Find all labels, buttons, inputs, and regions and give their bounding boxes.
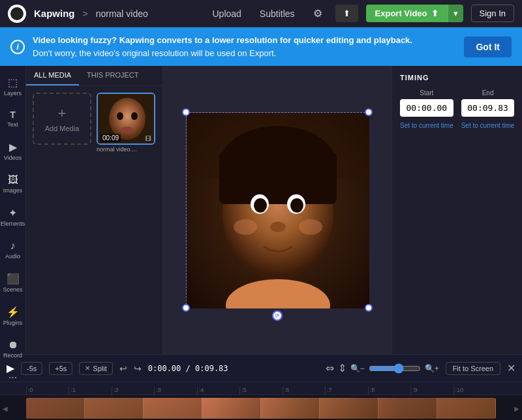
- zoom-in-icon[interactable]: 🔍+: [425, 364, 439, 373]
- add-media-label: Add Media: [45, 125, 80, 132]
- resize-handle-bl[interactable]: [182, 304, 190, 312]
- elements-icon: ✦: [8, 207, 17, 219]
- header: Kapwing > normal video Upload Subtitles …: [0, 0, 522, 27]
- resize-handle-tl[interactable]: [182, 108, 190, 116]
- resize-handle-br[interactable]: [365, 304, 373, 312]
- thumb-duration: 00:09: [100, 134, 121, 142]
- video-strip[interactable]: [26, 398, 496, 419]
- zoom-split-icon[interactable]: ⇕: [338, 362, 346, 374]
- brand-name: Kapwing: [34, 8, 75, 19]
- ruler-mark-9: :9: [410, 387, 453, 395]
- brand-logo: [8, 5, 26, 23]
- timing-title: TIMING: [400, 74, 514, 82]
- svg-point-16: [299, 219, 322, 235]
- add-media-button[interactable]: + Add Media: [33, 93, 91, 145]
- video-canvas: [186, 112, 369, 308]
- timeline-ruler: :0 :1 :2 :3 :4 :5 :6 :7 :8 :9 :10: [0, 382, 522, 395]
- timing-start-col: Start Set to current time: [400, 89, 453, 129]
- ruler-mark-8: :8: [368, 387, 410, 395]
- share-button[interactable]: ⬆: [335, 5, 358, 22]
- timing-row: Start Set to current time End Set to cur…: [400, 89, 514, 129]
- canvas-frame[interactable]: ⟳: [186, 112, 369, 308]
- banner-text: Video looking fuzzy? Kapwing converts to…: [33, 34, 456, 59]
- layers-icon: ⬚: [8, 76, 18, 89]
- redo-button[interactable]: ↪: [134, 363, 142, 374]
- svg-point-3: [131, 112, 138, 120]
- skip-back-button[interactable]: -5s: [21, 362, 42, 375]
- main-area: ⬚ Layers T Text ▶ Videos 🖼 Images ✦ Elem…: [0, 66, 522, 354]
- plugins-icon: ⚡: [7, 306, 20, 318]
- canvas-area: ⟳: [163, 66, 392, 354]
- strip-thumb-5: [261, 398, 320, 419]
- text-icon: T: [10, 110, 16, 120]
- strip-thumb-4: [202, 398, 261, 419]
- settings-icon[interactable]: ⚙: [308, 7, 328, 20]
- sidebar-item-layers[interactable]: ⬚ Layers: [1, 71, 25, 102]
- sidebar-item-scenes[interactable]: ⬛ Scenes: [1, 267, 25, 298]
- svg-point-14: [270, 222, 286, 232]
- ruler-mark-7: :7: [325, 387, 367, 395]
- sidebar: ⬚ Layers T Text ▶ Videos 🖼 Images ✦ Elem…: [0, 66, 26, 354]
- add-icon: +: [58, 105, 67, 122]
- export-dropdown-button[interactable]: ▾: [448, 5, 463, 22]
- tab-this-project[interactable]: THIS PROJECT: [79, 66, 146, 85]
- sidebar-item-text[interactable]: T Text: [1, 104, 25, 133]
- sidebar-item-images[interactable]: 🖼 Images: [1, 169, 25, 199]
- strip-thumb-7: [378, 398, 437, 419]
- track-scroll-left[interactable]: ◀: [3, 404, 8, 412]
- media-thumbnail[interactable]: 00:09 🎞: [97, 93, 155, 145]
- zoom-controls: ⇔ ⇕ 🔍− 🔍+: [326, 362, 439, 374]
- timing-end-col: End Set to current time: [461, 89, 515, 129]
- set-start-time-button[interactable]: Set to current time: [400, 122, 453, 129]
- strip-thumb-2: [85, 398, 144, 419]
- subtitles-button[interactable]: Subtitles: [254, 8, 300, 19]
- svg-point-4: [121, 127, 134, 133]
- zoom-arrows-icon[interactable]: ⇔: [326, 362, 334, 374]
- share-icon: ⬆: [343, 8, 350, 18]
- sidebar-label-layers: Layers: [4, 90, 22, 97]
- ruler-mark-5: :5: [239, 387, 282, 395]
- strip-thumb-1: [26, 398, 85, 419]
- thumb-filename: normal video....: [97, 146, 155, 153]
- media-tabs: ALL MEDIA THIS PROJECT: [26, 66, 162, 86]
- export-button[interactable]: Export Video ⬆: [366, 5, 448, 22]
- banner-line1: Video looking fuzzy? Kapwing converts to…: [33, 35, 412, 45]
- scenes-icon: ⬛: [7, 273, 20, 285]
- strip-thumb-3: [144, 398, 202, 419]
- videos-icon: ▶: [9, 141, 17, 153]
- ruler-marks: :0 :1 :2 :3 :4 :5 :6 :7 :8 :9 :10: [26, 387, 496, 395]
- skip-forward-button[interactable]: +5s: [49, 362, 72, 375]
- sidebar-item-videos[interactable]: ▶ Videos: [1, 136, 25, 166]
- sidebar-label-text: Text: [7, 121, 18, 128]
- sidebar-item-plugins[interactable]: ⚡ Plugins: [1, 301, 25, 331]
- sidebar-item-audio[interactable]: ♪ Audio: [1, 235, 25, 265]
- start-time-input[interactable]: [400, 99, 453, 117]
- undo-button[interactable]: ↩: [119, 363, 127, 374]
- track-scroll-right[interactable]: ▶: [514, 404, 519, 412]
- info-icon: i: [10, 40, 25, 54]
- images-icon: 🖼: [8, 174, 18, 186]
- zoom-out-icon[interactable]: 🔍−: [350, 364, 365, 373]
- set-end-time-button[interactable]: Set to current time: [461, 122, 515, 129]
- sidebar-item-elements[interactable]: ✦ Elements: [1, 202, 25, 232]
- play-button[interactable]: ▶: [7, 362, 14, 374]
- time-display: 0:00.00 / 0:09.83: [148, 364, 228, 373]
- tab-all-media[interactable]: ALL MEDIA: [26, 66, 79, 85]
- upload-button[interactable]: Upload: [207, 8, 246, 19]
- export-group: Export Video ⬆ ▾: [366, 5, 463, 22]
- sign-in-button[interactable]: Sign In: [471, 5, 514, 22]
- right-panel: TIMING Start Set to current time End Set…: [392, 66, 522, 354]
- close-timeline-button[interactable]: ✕: [507, 362, 515, 374]
- split-button[interactable]: ✕ Split: [79, 362, 112, 375]
- rotate-handle[interactable]: ⟳: [272, 310, 283, 321]
- end-time-input[interactable]: [461, 99, 515, 117]
- ruler-mark-3: :3: [154, 387, 196, 395]
- got-it-button[interactable]: Got It: [464, 37, 512, 57]
- resize-handle-tr[interactable]: [365, 108, 373, 116]
- sidebar-item-record[interactable]: ⏺ Record: [1, 334, 25, 364]
- media-item[interactable]: 00:09 🎞 normal video....: [97, 93, 155, 153]
- zoom-slider[interactable]: [369, 363, 421, 374]
- export-label: Export Video: [375, 8, 427, 18]
- timeline-track[interactable]: ◀ ▶: [0, 395, 522, 420]
- fit-to-screen-button[interactable]: Fit to Screen: [446, 362, 500, 375]
